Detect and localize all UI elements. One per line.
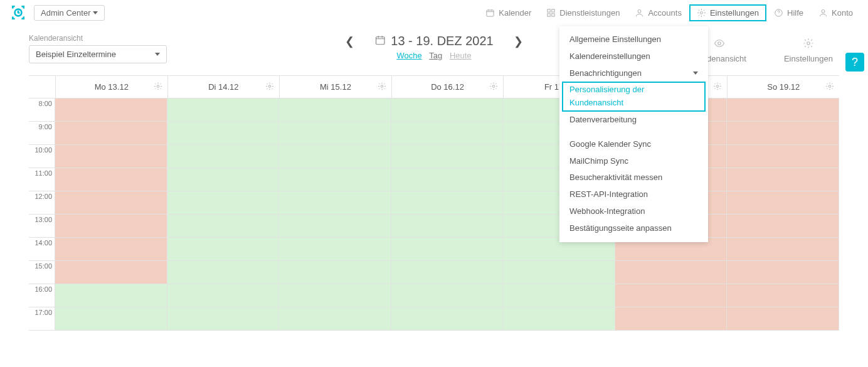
time-slot[interactable] — [167, 261, 279, 284]
range-tabs: Woche Tag Heute — [343, 51, 524, 60]
time-slot[interactable] — [167, 191, 279, 215]
time-slot[interactable] — [167, 238, 279, 261]
time-slot[interactable] — [55, 238, 167, 261]
menu-item[interactable]: Google Kalender Sync — [559, 136, 708, 153]
time-slot[interactable] — [55, 307, 167, 331]
time-slot[interactable] — [55, 261, 167, 284]
time-slot[interactable] — [167, 284, 279, 307]
time-slot[interactable] — [615, 284, 727, 307]
time-slot[interactable] — [55, 98, 167, 122]
time-slot[interactable] — [727, 307, 839, 331]
day-settings-gear-icon[interactable] — [713, 82, 722, 92]
menu-item[interactable]: MailChimp Sync — [559, 153, 708, 170]
menu-item[interactable]: Besucheraktivität messen — [559, 169, 708, 186]
svg-point-18 — [717, 85, 719, 87]
time-slot[interactable] — [727, 284, 839, 307]
day-column[interactable] — [391, 98, 504, 331]
time-slot[interactable] — [727, 215, 839, 238]
menu-item-benachrichtigungen[interactable]: Benachrichtigungen — [559, 65, 708, 82]
menu-item[interactable]: Datenverarbeitung — [559, 112, 708, 129]
time-slot[interactable] — [391, 168, 503, 191]
time-slot[interactable] — [279, 238, 391, 261]
time-slot[interactable] — [55, 215, 167, 238]
time-slot[interactable] — [55, 284, 167, 307]
time-slot[interactable] — [279, 307, 391, 331]
time-slot[interactable] — [503, 307, 615, 331]
time-slot[interactable] — [279, 145, 391, 168]
time-slot[interactable] — [503, 261, 615, 284]
nav-hilfe[interactable]: Hilfe — [766, 4, 811, 21]
day-column[interactable] — [727, 98, 839, 331]
nav-kalender[interactable]: Kalender — [478, 4, 539, 21]
time-slot[interactable] — [615, 307, 727, 331]
time-slot[interactable] — [391, 215, 503, 238]
settings-dropdown-menu: Allgemeine Einstellungen Kalendereinstel… — [559, 26, 708, 242]
nav-dienstleistungen[interactable]: Dienstleistungen — [539, 4, 627, 21]
time-slot[interactable] — [391, 122, 503, 145]
menu-item[interactable]: Allgemeine Einstellungen — [559, 31, 708, 48]
nav-einstellungen[interactable]: Einstellungen — [689, 4, 766, 21]
tab-today[interactable]: Heute — [450, 51, 472, 60]
time-slot[interactable] — [727, 238, 839, 261]
time-slot[interactable] — [167, 168, 279, 191]
time-slot[interactable] — [391, 261, 503, 284]
admin-center-dropdown[interactable]: Admin Center — [34, 5, 105, 21]
time-slot[interactable] — [391, 98, 503, 122]
time-slot[interactable] — [55, 145, 167, 168]
time-slot[interactable] — [167, 122, 279, 145]
menu-item[interactable]: Bestätigungsseite anpassen — [559, 220, 708, 237]
day-column[interactable] — [167, 98, 280, 331]
time-slot[interactable] — [167, 98, 279, 122]
day-settings-gear-icon[interactable] — [825, 82, 834, 92]
time-slot[interactable] — [727, 122, 839, 145]
time-slot[interactable] — [727, 98, 839, 122]
menu-item[interactable]: Kalendereinstellungen — [559, 48, 708, 65]
menu-item-personalisierung[interactable]: Personalisierung der Kundenansicht — [562, 82, 706, 112]
time-slot[interactable] — [503, 284, 615, 307]
menu-item[interactable]: REST-API-Integration — [559, 186, 708, 203]
svg-rect-4 — [548, 13, 550, 16]
time-slot[interactable] — [55, 168, 167, 191]
next-week-button[interactable]: ❯ — [512, 35, 525, 48]
day-settings-gear-icon[interactable] — [265, 82, 274, 92]
time-slot[interactable] — [167, 307, 279, 331]
time-slot[interactable] — [279, 122, 391, 145]
time-slot[interactable] — [55, 122, 167, 145]
time-slot[interactable] — [167, 215, 279, 238]
day-column[interactable] — [55, 98, 167, 331]
tab-week[interactable]: Woche — [396, 51, 421, 60]
time-slot[interactable] — [391, 307, 503, 331]
time-slot[interactable] — [391, 145, 503, 168]
time-slot[interactable] — [279, 168, 391, 191]
time-slot[interactable] — [391, 191, 503, 215]
time-slot[interactable] — [391, 284, 503, 307]
day-settings-gear-icon[interactable] — [489, 82, 498, 92]
day-settings-gear-icon[interactable] — [154, 82, 162, 92]
time-slot[interactable] — [279, 98, 391, 122]
settings-button[interactable]: Einstellungen — [784, 38, 833, 63]
time-slot[interactable] — [727, 145, 839, 168]
date-navigation: ❮ 13 - 19. DEZ 2021 ❯ Woche Tag Heute — [343, 34, 524, 60]
time-slot[interactable] — [727, 191, 839, 215]
menu-item[interactable]: Webhook-Integration — [559, 203, 708, 220]
tab-day[interactable]: Tag — [429, 51, 442, 60]
time-slot[interactable] — [727, 168, 839, 191]
time-slot[interactable] — [279, 191, 391, 215]
prev-week-button[interactable]: ❮ — [343, 35, 356, 48]
time-slot[interactable] — [391, 238, 503, 261]
nav-accounts[interactable]: Accounts — [627, 4, 689, 21]
nav-konto[interactable]: Konto — [811, 4, 860, 21]
time-slot[interactable] — [167, 145, 279, 168]
calendar-icon — [374, 35, 386, 48]
time-slot[interactable] — [279, 215, 391, 238]
time-slot[interactable] — [727, 261, 839, 284]
svg-rect-10 — [376, 36, 385, 44]
day-column[interactable] — [279, 98, 391, 331]
time-slot[interactable] — [615, 261, 727, 284]
day-settings-gear-icon[interactable] — [378, 82, 386, 92]
time-slot[interactable] — [55, 191, 167, 215]
help-bubble-button[interactable]: ? — [845, 53, 864, 72]
time-slot[interactable] — [279, 261, 391, 284]
time-slot[interactable] — [279, 284, 391, 307]
view-select[interactable]: Beispiel Einzeltermine — [29, 45, 167, 63]
